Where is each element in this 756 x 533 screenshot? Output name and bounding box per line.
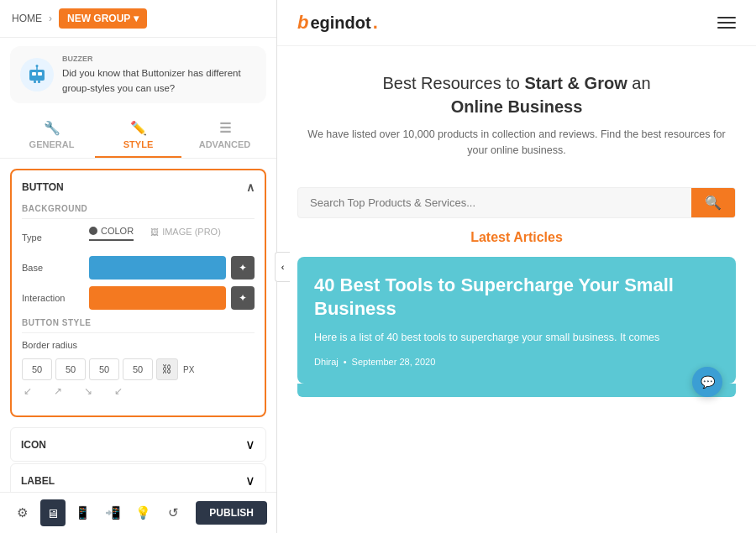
search-icon: 🔍 xyxy=(705,195,722,211)
gear-icon: ⚙ xyxy=(17,505,28,520)
new-group-button[interactable]: NEW GROUP ▾ xyxy=(59,8,147,29)
base-color-pick-button[interactable]: ✦ xyxy=(231,256,255,280)
pencil-icon: ✏️ xyxy=(130,120,147,136)
link-corners-button[interactable]: ⛓ xyxy=(156,358,178,380)
svg-rect-4 xyxy=(38,81,40,83)
buzzer-label: BUZZER xyxy=(62,55,256,63)
bottom-toolbar: ⚙ 🖥 📱 📲 💡 ↺ PUBLISH xyxy=(0,492,277,533)
site-header: b egindot . xyxy=(277,0,756,46)
border-radius-br[interactable] xyxy=(89,358,119,380)
svg-rect-3 xyxy=(34,81,36,83)
chevron-left-icon: ‹ xyxy=(281,262,285,272)
history-icon: ↺ xyxy=(168,505,179,520)
search-bar: 🔍 xyxy=(297,187,736,218)
logo-b: b xyxy=(297,12,308,34)
panel-collapse-toggle[interactable]: ‹ xyxy=(275,252,290,282)
tablet-icon: 📱 xyxy=(75,505,91,520)
button-style-label: BUTTON STYLE xyxy=(22,318,255,333)
base-color-bar[interactable] xyxy=(89,256,226,280)
article-title: 40 Best Tools to Supercharge Your Small … xyxy=(314,274,719,321)
bottom-teal-bar xyxy=(297,384,736,397)
type-color-option[interactable]: COLOR xyxy=(89,226,134,241)
type-field-row: Type COLOR 🖼 IMAGE (PRO) xyxy=(22,226,255,249)
desktop-icon: 🖥 xyxy=(46,506,59,520)
button-section-header: BUTTON ∧ xyxy=(22,180,255,194)
latest-articles-section: Latest Articles 40 Best Tools to Superch… xyxy=(277,230,756,384)
history-button[interactable]: ↺ xyxy=(160,499,186,526)
svg-point-6 xyxy=(36,65,39,67)
nav-separator: › xyxy=(49,13,52,24)
interaction-color-bar-wrap: ✦ xyxy=(89,286,255,310)
top-navigation: HOME › NEW GROUP ▾ xyxy=(0,0,276,38)
icon-chevron-down-icon: ∨ xyxy=(245,436,255,452)
type-selector: COLOR 🖼 IMAGE (PRO) xyxy=(89,226,221,241)
tab-style[interactable]: ✏️ STYLE xyxy=(95,112,181,158)
icon-section-text: ICON xyxy=(21,439,46,451)
image-option-label: IMAGE (PRO) xyxy=(162,227,221,237)
eyedropper-icon: ✦ xyxy=(239,292,247,304)
interaction-color-pick-button[interactable]: ✦ xyxy=(231,286,255,310)
eyedropper-icon: ✦ xyxy=(239,262,247,274)
border-radius-bl[interactable] xyxy=(123,358,153,380)
interaction-field-row: Interaction ✦ xyxy=(22,286,255,310)
home-nav[interactable]: HOME xyxy=(12,13,42,24)
border-radius-field: Border radius ⛓ PX ↙ ↗ ↘ ↙ xyxy=(22,340,255,399)
tab-advanced[interactable]: ☰ ADVANCED xyxy=(181,112,268,158)
icon-section[interactable]: ICON ∨ xyxy=(10,427,266,462)
article-card: 40 Best Tools to Supercharge Your Small … xyxy=(297,257,736,384)
color-option-label: COLOR xyxy=(101,226,134,236)
corner-tl-icon: ↙ xyxy=(24,384,39,399)
base-label: Base xyxy=(22,263,89,273)
site-logo: b egindot . xyxy=(297,12,378,34)
radio-dot xyxy=(89,227,97,235)
search-input[interactable] xyxy=(298,188,691,217)
article-excerpt: Here is a list of 40 best tools to super… xyxy=(314,330,719,346)
site-hero: Best Resources to Start & Grow an Online… xyxy=(277,46,756,175)
logo-dot: . xyxy=(373,12,378,34)
hero-desc: We have listed over 10,000 products in c… xyxy=(297,127,736,159)
corner-icons: ↙ ↗ ↘ ↙ xyxy=(22,384,129,399)
corner-br-icon: ↘ xyxy=(84,384,99,399)
tablet-view-button[interactable]: 📱 xyxy=(71,499,96,526)
meta-separator: • xyxy=(344,357,347,367)
buzzer-notice: BUZZER Did you know that Buttonizer has … xyxy=(10,46,266,103)
mobile-icon: 📲 xyxy=(105,505,121,520)
article-author: Dhiraj xyxy=(314,357,339,367)
hamburger-menu[interactable] xyxy=(717,17,736,29)
mobile-view-button[interactable]: 📲 xyxy=(101,499,126,526)
svg-rect-0 xyxy=(29,70,45,81)
desktop-view-button[interactable]: 🖥 xyxy=(40,499,66,526)
border-radius-tl[interactable] xyxy=(22,358,52,380)
interaction-label: Interaction xyxy=(22,293,89,303)
tabs-bar: 🔧 GENERAL ✏️ STYLE ☰ ADVANCED xyxy=(0,112,276,159)
label-section-label: LABEL xyxy=(21,475,55,487)
type-image-option[interactable]: 🖼 IMAGE (PRO) xyxy=(150,227,221,240)
interaction-color-bar[interactable] xyxy=(89,286,226,310)
article-meta: Dhiraj • September 28, 2020 xyxy=(314,357,719,367)
search-button[interactable]: 🔍 xyxy=(691,188,735,217)
border-radius-unit: PX xyxy=(183,365,194,374)
label-section-text: LABEL xyxy=(21,475,55,487)
avatar xyxy=(20,58,54,91)
article-date: September 28, 2020 xyxy=(352,357,436,367)
publish-button[interactable]: PUBLISH xyxy=(196,501,267,525)
border-radius-inputs: ⛓ PX xyxy=(22,358,194,380)
link-icon: ⛓ xyxy=(162,363,172,375)
hero-title: Best Resources to Start & Grow an Online… xyxy=(297,71,736,118)
logo-text: egindot xyxy=(310,13,370,33)
tab-general[interactable]: 🔧 GENERAL xyxy=(8,112,95,158)
site-preview: b egindot . Best Resources to Start & Gr… xyxy=(277,0,756,533)
image-icon: 🖼 xyxy=(150,227,159,237)
button-section: BUTTON ∧ BACKGROUND Type COLOR 🖼 IMAGE (… xyxy=(10,169,266,417)
latest-articles-title: Latest Articles xyxy=(297,230,736,245)
chevron-down-icon: ▾ xyxy=(134,13,139,24)
corner-bl-icon: ↙ xyxy=(114,384,129,399)
settings-button[interactable]: ⚙ xyxy=(10,499,35,526)
svg-rect-2 xyxy=(38,72,42,76)
chat-icon: 💬 xyxy=(701,375,715,389)
border-radius-tr[interactable] xyxy=(55,358,86,380)
section-toggle-button[interactable]: ∧ xyxy=(246,180,255,194)
lightbulb-button[interactable]: 💡 xyxy=(131,499,156,526)
icon-section-label: ICON xyxy=(21,439,46,451)
background-label: BACKGROUND xyxy=(22,204,255,219)
